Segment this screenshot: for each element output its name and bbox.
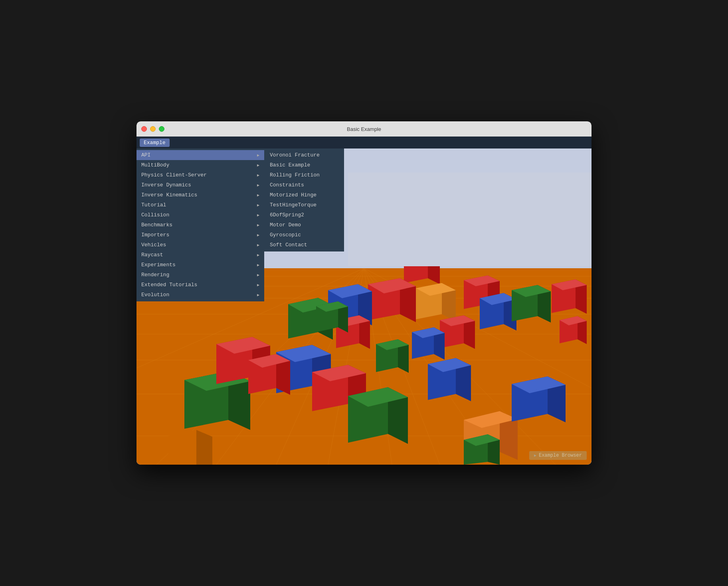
menu-item-soft-contact[interactable]: Soft Contact xyxy=(264,240,344,250)
play-icon: ▶ xyxy=(534,453,536,458)
menu-item-vehicles[interactable]: Vehicles ▶ xyxy=(136,240,264,250)
menu-item-voronoi[interactable]: Voronoi Fracture xyxy=(264,150,344,160)
minimize-button[interactable] xyxy=(150,126,156,132)
submenu-arrow-multibody: ▶ xyxy=(257,163,259,168)
menu-item-inverse-kinematics[interactable]: Inverse Kinematics ▶ xyxy=(136,190,264,200)
submenu-arrow-inverse-dynamics: ▶ xyxy=(257,183,259,188)
submenu-arrow-tutorial: ▶ xyxy=(257,203,259,208)
menu-item-6dofspring2[interactable]: 6DofSpring2 xyxy=(264,210,344,220)
menu-item-importers[interactable]: Importers ▶ xyxy=(136,230,264,240)
menu-item-inverse-dynamics[interactable]: Inverse Dynamics ▶ xyxy=(136,180,264,190)
example-menu-top[interactable]: Example xyxy=(140,139,170,147)
content-area: API ▶ MultiBody ▶ Physics Client-Server … xyxy=(136,148,592,465)
svg-marker-87 xyxy=(168,430,196,465)
submenu-arrow-api: ▶ xyxy=(257,153,259,158)
submenu-arrow-evolution: ▶ xyxy=(257,293,259,297)
submenu-arrow-physics: ▶ xyxy=(257,173,259,178)
primary-menu: API ▶ MultiBody ▶ Physics Client-Server … xyxy=(136,148,264,301)
menu-item-constraints[interactable]: Constraints xyxy=(264,180,344,190)
submenu-arrow-inverse-kin: ▶ xyxy=(257,193,259,198)
menu-item-extended-tutorials[interactable]: Extended Tutorials ▶ xyxy=(136,280,264,290)
submenu-arrow-importers: ▶ xyxy=(257,233,259,238)
svg-rect-101 xyxy=(348,172,592,266)
menu-item-benchmarks[interactable]: Benchmarks ▶ xyxy=(136,220,264,230)
submenu-arrow-benchmarks: ▶ xyxy=(257,223,259,228)
status-bar: ▶ Example Browser xyxy=(529,451,587,460)
submenu-arrow-collision: ▶ xyxy=(257,213,259,218)
status-text: Example Browser xyxy=(539,453,582,458)
submenu-arrow-extended: ▶ xyxy=(257,283,259,287)
menu-item-experiments[interactable]: Experiments ▶ xyxy=(136,260,264,270)
menu-item-rendering[interactable]: Rendering ▶ xyxy=(136,270,264,280)
menu-item-tutorial[interactable]: Tutorial ▶ xyxy=(136,200,264,210)
close-button[interactable] xyxy=(141,126,147,132)
menu-item-motor-demo[interactable]: Motor Demo xyxy=(264,220,344,230)
app-window: Basic Example Example xyxy=(136,121,592,465)
maximize-button[interactable] xyxy=(159,126,164,132)
menu-item-test-hinge-torque[interactable]: TestHingeTorque xyxy=(264,200,344,210)
menu-item-rolling-friction[interactable]: Rolling Friction xyxy=(264,170,344,180)
submenu-arrow-rendering: ▶ xyxy=(257,273,259,277)
menu-item-raycast[interactable]: Raycast ▶ xyxy=(136,250,264,260)
menu-bar: Example xyxy=(136,137,592,148)
secondary-menu-api: Voronoi Fracture Basic Example Rolling F… xyxy=(264,148,344,251)
title-bar: Basic Example xyxy=(136,121,592,137)
menu-item-api[interactable]: API ▶ xyxy=(136,150,264,160)
submenu-arrow-experiments: ▶ xyxy=(257,263,259,267)
menu-item-physics-client-server[interactable]: Physics Client-Server ▶ xyxy=(136,170,264,180)
menu-item-collision[interactable]: Collision ▶ xyxy=(136,210,264,220)
submenu-arrow-vehicles: ▶ xyxy=(257,243,259,247)
menu-item-gyroscopic[interactable]: Gyroscopic xyxy=(264,230,344,240)
window-title: Basic Example xyxy=(347,126,381,132)
menu-item-multibody[interactable]: MultiBody ▶ xyxy=(136,160,264,170)
traffic-lights xyxy=(141,126,164,132)
menu-item-motorized-hinge[interactable]: Motorized Hinge xyxy=(264,190,344,200)
menu-overlay: API ▶ MultiBody ▶ Physics Client-Server … xyxy=(136,148,264,301)
menu-item-basic-example[interactable]: Basic Example xyxy=(264,160,344,170)
menu-item-evolution[interactable]: Evolution ▶ xyxy=(136,290,264,300)
submenu-arrow-raycast: ▶ xyxy=(257,253,259,257)
